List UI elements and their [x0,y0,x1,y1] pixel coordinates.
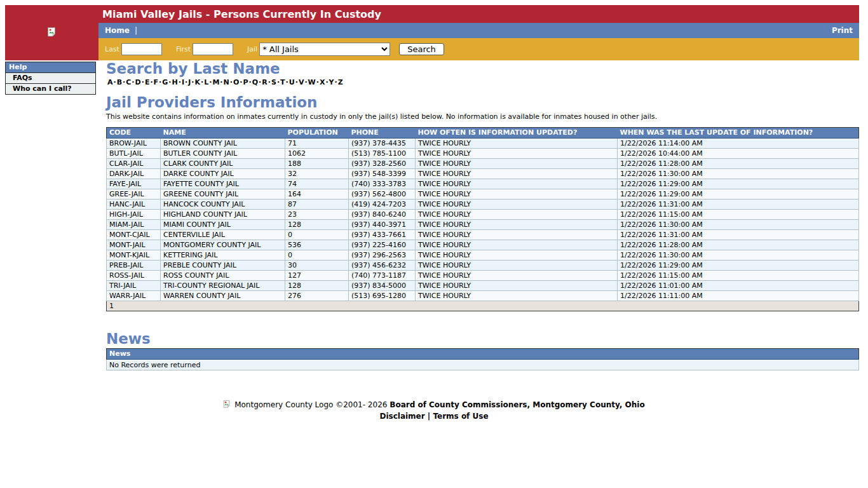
search-button[interactable]: Search [399,43,444,55]
letter-link-k[interactable]: K [194,78,200,86]
sidebar-item-faqs[interactable]: FAQs [6,73,95,84]
title-band: Miami Valley Jails - Persons Currently I… [98,5,859,23]
letter-link-z[interactable]: Z [338,78,343,86]
letter-link-t[interactable]: T [280,78,285,86]
table-cell: TWICE HOURLY [416,189,618,200]
letter-link-c[interactable]: C [126,78,131,86]
table-cell: FAYE-JAIL [107,179,161,189]
nav-print-link[interactable]: Print [832,26,853,35]
table-cell: 1/22/2026 11:29:00 AM [618,189,859,200]
letter-link-g[interactable]: G [162,78,168,86]
news-section: News News No Records were returned [106,330,863,370]
letter-link-j[interactable]: J [188,78,191,86]
letter-link-e[interactable]: E [145,78,150,86]
last-name-label: Last [105,45,119,53]
letter-separator: · [286,78,288,86]
disclaimer-link[interactable]: Disclaimer [379,412,424,421]
table-cell: (937) 456-6232 [349,261,416,271]
table-cell: CENTERVILLE JAIL [161,230,285,240]
footer-link-separator: | [425,412,433,421]
table-cell: ROSS COUNTY JAIL [161,271,285,281]
table-cell: MONT-CJAIL [107,230,161,240]
letter-separator: · [185,78,187,86]
letter-link-d[interactable]: D [135,78,141,86]
first-name-input[interactable] [193,43,233,55]
news-table: News No Records were returned [106,348,859,370]
table-cell: HANC-JAIL [107,200,161,210]
letter-link-r[interactable]: R [262,78,267,86]
table-cell: HIGHLAND COUNTY JAIL [161,210,285,220]
sidebar-item-who-can-i-call[interactable]: Who can I call? [6,84,95,94]
letter-link-p[interactable]: P [243,78,248,86]
news-empty-message: No Records were returned [107,360,859,370]
letter-link-y[interactable]: Y [329,78,334,86]
table-cell: 71 [285,139,349,149]
letter-link-l[interactable]: L [204,78,208,86]
table-cell: 1/22/2026 11:15:00 AM [618,271,859,281]
table-cell: 32 [285,169,349,179]
table-row: MIAM-JAILMIAMI COUNTY JAIL128(937) 440-3… [107,220,859,230]
table-cell: TWICE HOURLY [416,200,618,210]
table-row: GREE-JAILGREENE COUNTY JAIL164(937) 562-… [107,189,859,200]
table-cell: 1/22/2026 11:30:00 AM [618,169,859,179]
letter-link-o[interactable]: O [233,78,239,86]
table-cell: 128 [285,281,349,291]
table-cell: (937) 433-7661 [349,230,416,240]
table-cell: DARK-JAIL [107,169,161,179]
letter-link-q[interactable]: Q [252,78,258,86]
last-name-input[interactable] [121,43,162,55]
table-cell: (937) 296-2563 [349,250,416,261]
jail-select[interactable]: * All Jails [259,43,390,56]
table-cell: BUTL-JAIL [107,149,161,159]
terms-of-use-link[interactable]: Terms of Use [433,412,488,421]
table-cell: 1/22/2026 11:30:00 AM [618,220,859,230]
letter-separator: · [159,78,161,86]
table-cell: 1/22/2026 11:14:00 AM [618,139,859,149]
table-cell: TWICE HOURLY [416,291,618,301]
table-cell: BROWN COUNTY JAIL [161,139,285,149]
letter-link-h[interactable]: H [172,78,178,86]
broken-image-icon [223,402,233,410]
table-cell: WARR-JAIL [107,291,161,301]
table-cell: TWICE HOURLY [416,159,618,169]
letter-link-n[interactable]: N [224,78,229,86]
table-cell: (937) 225-4160 [349,240,416,250]
letter-link-m[interactable]: M [212,78,219,86]
site-logo [5,5,98,60]
table-cell: WARREN COUNTY JAIL [161,291,285,301]
providers-section: Jail Providers Information This website … [106,94,863,311]
pagination-page-number[interactable]: 1 [107,301,859,311]
letter-link-b[interactable]: B [117,78,122,86]
footer-copyright: Montgomery County Logo ©2001- 2026 Board… [5,400,863,410]
letter-separator: · [191,78,194,86]
table-row: HIGH-JAILHIGHLAND COUNTY JAIL23(937) 840… [107,210,859,220]
table-cell: 536 [285,240,349,250]
letter-link-x[interactable]: X [320,78,325,86]
table-cell: (937) 378-4435 [349,139,416,149]
table-row: FAYE-JAILFAYETTE COUNTY JAIL74(740) 333-… [107,179,859,189]
letter-link-s[interactable]: S [271,78,276,86]
letter-link-u[interactable]: U [289,78,295,86]
table-cell: 1062 [285,149,349,159]
letter-link-w[interactable]: W [308,78,316,86]
table-cell: TWICE HOURLY [416,230,618,240]
table-cell: (937) 548-3399 [349,169,416,179]
jail-providers-table: CODENAMEPOPULATIONPHONEHOW OFTEN IS INFO… [106,127,859,311]
table-cell: 1/22/2026 11:01:00 AM [618,281,859,291]
letter-separator: · [201,78,203,86]
table-row: DARK-JAILDARKE COUNTY JAIL32(937) 548-33… [107,169,859,179]
nav-home-link[interactable]: Home [105,26,130,35]
letter-link-v[interactable]: V [299,78,304,86]
table-cell: GREE-JAIL [107,189,161,200]
letter-link-a[interactable]: A [107,78,113,86]
letter-link-f[interactable]: F [154,78,159,86]
help-menu-items: FAQsWho can I call? [6,73,95,94]
table-cell: 127 [285,271,349,281]
letter-separator: · [150,78,153,86]
table-row: TRI-JAILTRI-COUNTY REGIONAL JAIL128(937)… [107,281,859,291]
table-cell: (513) 785-1100 [349,149,416,159]
table-row: MONT-CJAILCENTERVILLE JAIL0(937) 433-766… [107,230,859,240]
letter-link-i[interactable]: I [182,78,184,86]
table-cell: 1/22/2026 11:28:00 AM [618,159,859,169]
letter-separator: · [168,78,171,86]
